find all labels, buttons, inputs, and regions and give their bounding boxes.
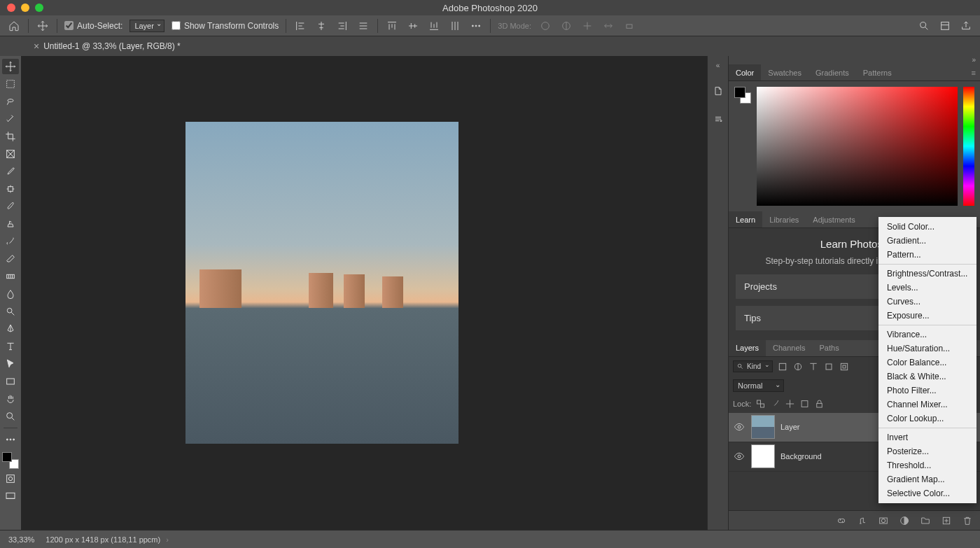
screen-mode-icon[interactable]	[2, 489, 19, 504]
context-menu-item[interactable]: Color Lookup...	[878, 412, 976, 426]
history-panel-icon[interactable]	[711, 84, 725, 98]
quick-mask-mode-icon[interactable]	[2, 471, 19, 486]
context-menu-item[interactable]: Gradient...	[878, 234, 976, 248]
canvas-area[interactable]	[21, 56, 707, 530]
share-icon[interactable]	[959, 19, 973, 33]
close-icon[interactable]: ×	[34, 41, 39, 52]
tab-layers[interactable]: Layers	[729, 340, 766, 356]
context-menu-item[interactable]: Invert	[878, 430, 976, 444]
zoom-tool[interactable]	[2, 409, 19, 424]
status-doc-info[interactable]: 1200 px x 1418 px (118,11 ppcm)	[46, 535, 169, 544]
context-menu-item[interactable]: Posterize...	[878, 444, 976, 458]
document-canvas[interactable]	[186, 122, 458, 444]
status-zoom[interactable]: 33,33%	[8, 535, 34, 544]
context-menu-item[interactable]: Gradient Map...	[878, 472, 976, 486]
blend-mode-dropdown[interactable]: Normal	[733, 379, 784, 392]
move-tool[interactable]	[2, 59, 19, 74]
filter-type-icon[interactable]	[808, 361, 819, 372]
show-transform-checkbox[interactable]: Show Transform Controls	[172, 21, 279, 31]
layer-thumbnail[interactable]	[751, 415, 775, 439]
align-right-edges-icon[interactable]	[335, 19, 349, 33]
collapse-handle-icon[interactable]: »	[729, 56, 980, 64]
new-fill-adjustment-layer-icon[interactable]	[897, 514, 911, 528]
tab-adjustments[interactable]: Adjustments	[806, 211, 862, 227]
filter-pixel-icon[interactable]	[777, 361, 788, 372]
layer-style-icon[interactable]	[855, 514, 869, 528]
lock-all-icon[interactable]	[814, 398, 825, 409]
crop-tool[interactable]	[2, 129, 19, 144]
filter-adjustment-icon[interactable]	[792, 361, 804, 372]
rectangle-tool[interactable]	[2, 374, 19, 389]
edit-toolbar-icon[interactable]	[2, 432, 19, 447]
path-selection-tool[interactable]	[2, 356, 19, 372]
foreground-background-swatch[interactable]	[2, 452, 19, 469]
context-menu-item[interactable]: Color Balance...	[878, 356, 976, 370]
lock-position-icon[interactable]	[785, 398, 795, 409]
layer-filter-kind-dropdown[interactable]: Kind	[733, 360, 773, 372]
properties-panel-icon[interactable]	[711, 112, 725, 126]
layer-name[interactable]: Layer	[780, 423, 800, 431]
tab-patterns[interactable]: Patterns	[856, 64, 899, 80]
document-tab[interactable]: × Untitled-1 @ 33,3% (Layer, RGB/8) *	[28, 41, 186, 52]
auto-select-target-dropdown[interactable]: Layer	[130, 20, 164, 32]
context-menu-item[interactable]: Black & White...	[878, 370, 976, 384]
hue-slider[interactable]	[963, 87, 974, 206]
fill-adjustment-context-menu[interactable]: Solid Color...Gradient...Pattern...Brigh…	[878, 217, 976, 503]
search-icon[interactable]	[917, 19, 931, 33]
color-panel-fgbg[interactable]	[734, 87, 751, 104]
align-bottom-edges-icon[interactable]	[427, 19, 441, 33]
link-layers-icon[interactable]	[834, 514, 848, 528]
pen-tool[interactable]	[2, 321, 19, 337]
tab-libraries[interactable]: Libraries	[762, 211, 806, 227]
visibility-toggle-icon[interactable]	[733, 421, 746, 433]
hand-tool[interactable]	[2, 391, 19, 407]
history-brush-tool[interactable]	[2, 234, 19, 249]
magic-wand-tool[interactable]	[2, 111, 19, 127]
layer-mask-icon[interactable]	[876, 514, 890, 528]
align-vertical-centers-icon[interactable]	[406, 19, 420, 33]
workspace-switcher-icon[interactable]	[938, 19, 952, 33]
filter-shape-icon[interactable]	[823, 361, 834, 372]
delete-layer-icon[interactable]	[960, 514, 974, 528]
context-menu-item[interactable]: Solid Color...	[878, 220, 976, 234]
context-menu-item[interactable]: Brightness/Contrast...	[878, 267, 976, 281]
panel-menu-icon[interactable]: ≡	[967, 64, 980, 80]
blur-tool[interactable]	[2, 286, 19, 302]
context-menu-item[interactable]: Curves...	[878, 295, 976, 309]
align-left-edges-icon[interactable]	[293, 19, 307, 33]
home-icon[interactable]	[7, 19, 21, 33]
auto-select-checkbox[interactable]: Auto-Select:	[64, 21, 122, 31]
distribute-icon[interactable]	[448, 19, 462, 33]
gradient-tool[interactable]	[2, 269, 19, 284]
window-minimize[interactable]	[21, 3, 29, 12]
move-tool-icon[interactable]	[36, 19, 50, 33]
context-menu-item[interactable]: Selective Color...	[878, 486, 976, 500]
context-menu-item[interactable]: Levels...	[878, 281, 976, 295]
layer-name[interactable]: Background	[780, 452, 822, 461]
lock-image-icon[interactable]	[770, 398, 780, 409]
new-layer-icon[interactable]	[939, 514, 953, 528]
filter-smartobject-icon[interactable]	[839, 361, 850, 372]
context-menu-item[interactable]: Pattern...	[878, 248, 976, 262]
context-menu-item[interactable]: Threshold...	[878, 458, 976, 472]
align-top-edges-icon[interactable]	[385, 19, 399, 33]
context-menu-item[interactable]: Channel Mixer...	[878, 398, 976, 412]
spot-healing-brush-tool[interactable]	[2, 181, 19, 197]
lock-transparency-icon[interactable]	[755, 398, 766, 409]
window-maximize[interactable]	[35, 3, 43, 12]
new-group-icon[interactable]	[918, 514, 932, 528]
context-menu-item[interactable]: Exposure...	[878, 309, 976, 323]
frame-tool[interactable]	[2, 146, 19, 162]
context-menu-item[interactable]: Photo Filter...	[878, 384, 976, 398]
collapse-handle-icon[interactable]: «	[708, 62, 728, 70]
tab-color[interactable]: Color	[729, 64, 761, 80]
tab-gradients[interactable]: Gradients	[808, 64, 856, 80]
type-tool[interactable]	[2, 339, 19, 354]
dodge-tool[interactable]	[2, 304, 19, 319]
eraser-tool[interactable]	[2, 251, 19, 267]
context-menu-item[interactable]: Hue/Saturation...	[878, 342, 976, 356]
foreground-color-swatch[interactable]	[2, 452, 12, 462]
rectangular-marquee-tool[interactable]	[2, 76, 19, 92]
lock-artboard-icon[interactable]	[799, 398, 810, 409]
more-align-icon[interactable]	[356, 19, 370, 33]
